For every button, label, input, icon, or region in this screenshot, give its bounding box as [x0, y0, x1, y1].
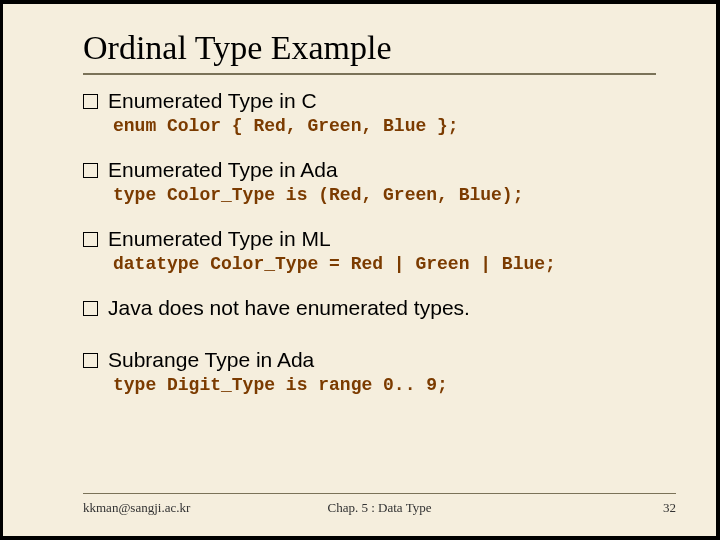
- bullet-item: Java does not have enumerated types.: [83, 296, 656, 340]
- item-heading-text: Enumerated Type in Ada: [108, 158, 338, 182]
- item-heading: Enumerated Type in C: [83, 89, 656, 113]
- code-snippet: enum Color { Red, Green, Blue };: [113, 116, 656, 136]
- item-heading: Enumerated Type in ML: [83, 227, 656, 251]
- slide-footer: kkman@sangji.ac.kr Chap. 5 : Data Type 3…: [83, 493, 676, 516]
- item-heading-text: Enumerated Type in C: [108, 89, 317, 113]
- footer-chapter: Chap. 5 : Data Type: [328, 500, 432, 516]
- slide-content: Enumerated Type in C enum Color { Red, G…: [83, 89, 656, 395]
- footer-divider: [83, 493, 676, 494]
- footer-page-number: 32: [663, 500, 676, 516]
- slide-title: Ordinal Type Example: [83, 29, 716, 67]
- square-bullet-icon: [83, 353, 98, 368]
- footer-email: kkman@sangji.ac.kr: [83, 500, 190, 516]
- bullet-item: Enumerated Type in Ada type Color_Type i…: [83, 158, 656, 205]
- slide: Ordinal Type Example Enumerated Type in …: [3, 4, 716, 536]
- spacer: [83, 320, 656, 340]
- square-bullet-icon: [83, 94, 98, 109]
- title-divider: [83, 73, 656, 75]
- item-heading-text: Enumerated Type in ML: [108, 227, 331, 251]
- bullet-item: Enumerated Type in C enum Color { Red, G…: [83, 89, 656, 136]
- item-heading: Enumerated Type in Ada: [83, 158, 656, 182]
- square-bullet-icon: [83, 232, 98, 247]
- item-heading: Subrange Type in Ada: [83, 348, 656, 372]
- item-heading: Java does not have enumerated types.: [83, 296, 656, 320]
- item-heading-text: Java does not have enumerated types.: [108, 296, 470, 320]
- footer-row: kkman@sangji.ac.kr Chap. 5 : Data Type 3…: [83, 500, 676, 516]
- code-snippet: datatype Color_Type = Red | Green | Blue…: [113, 254, 656, 274]
- square-bullet-icon: [83, 163, 98, 178]
- square-bullet-icon: [83, 301, 98, 316]
- bullet-item: Enumerated Type in ML datatype Color_Typ…: [83, 227, 656, 274]
- code-snippet: type Color_Type is (Red, Green, Blue);: [113, 185, 656, 205]
- bullet-item: Subrange Type in Ada type Digit_Type is …: [83, 348, 656, 395]
- item-heading-text: Subrange Type in Ada: [108, 348, 314, 372]
- code-snippet: type Digit_Type is range 0.. 9;: [113, 375, 656, 395]
